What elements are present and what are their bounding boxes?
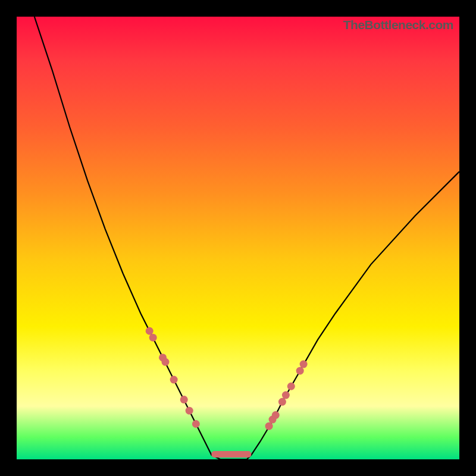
curve-line <box>35 17 459 459</box>
curve-marker <box>272 411 280 419</box>
curve-marker <box>146 327 154 335</box>
curve-marker <box>265 422 273 430</box>
curve-marker <box>296 367 304 375</box>
curve-marker <box>170 376 178 384</box>
curve-marker <box>149 334 157 342</box>
curve-marker <box>282 392 290 399</box>
flat-segment-marker <box>211 451 251 458</box>
chart-frame: TheBottleneck.com <box>0 0 476 476</box>
curve-marker <box>300 361 308 368</box>
curve-marker <box>180 396 188 403</box>
curve-marker <box>186 407 193 415</box>
curve-marker <box>278 398 286 406</box>
curve-markers-right <box>265 361 308 430</box>
plot-area: TheBottleneck.com <box>17 17 459 459</box>
bottleneck-curve <box>17 17 459 459</box>
curve-marker <box>161 358 169 366</box>
curve-marker <box>287 383 295 390</box>
curve-markers-left <box>146 327 200 428</box>
curve-marker <box>192 420 200 428</box>
